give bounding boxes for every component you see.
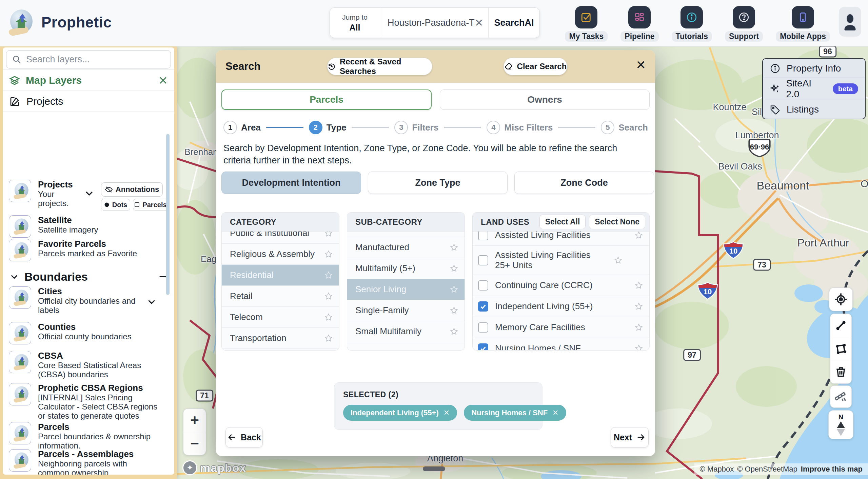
star-icon[interactable] xyxy=(324,313,333,322)
polygon-tool-button[interactable] xyxy=(830,337,851,361)
category-row[interactable]: Transportation xyxy=(222,328,339,349)
checkbox-unchecked[interactable] xyxy=(478,280,488,291)
zoom-out-button[interactable]: − xyxy=(183,432,206,455)
attribution-mapbox-link[interactable]: © Mapbox xyxy=(700,465,734,474)
land-use-row[interactable]: Assisted Living Facilities xyxy=(473,232,649,246)
dots-toggle-button[interactable]: Dots xyxy=(101,199,130,211)
remove-chip-icon[interactable]: ✕ xyxy=(443,408,450,417)
star-icon[interactable] xyxy=(634,281,643,290)
land-use-row[interactable]: Assisted Living Facilities 25+ Units xyxy=(473,246,649,275)
step-filters[interactable]: 3 Filters xyxy=(394,121,438,134)
mode-zone-type[interactable]: Zone Type xyxy=(368,172,508,194)
step-search[interactable]: 5 Search xyxy=(601,121,648,134)
clear-search-icon[interactable]: ✕ xyxy=(475,17,483,29)
star-icon[interactable] xyxy=(324,292,333,301)
tab-parcels[interactable]: Parcels xyxy=(221,89,432,110)
layer-row-counties[interactable]: Counties Official county boundaries xyxy=(3,322,174,351)
category-row[interactable]: Telecom xyxy=(222,307,339,328)
star-icon[interactable] xyxy=(450,264,458,273)
compass-control[interactable]: N xyxy=(828,410,853,439)
subcategory-row[interactable]: Multifamily (5+) xyxy=(347,258,465,279)
back-button[interactable]: Back xyxy=(225,427,263,447)
star-icon[interactable] xyxy=(450,306,458,315)
mode-zone-code[interactable]: Zone Code xyxy=(514,172,654,194)
star-icon[interactable] xyxy=(324,334,333,343)
star-icon[interactable] xyxy=(634,232,643,240)
improve-map-link[interactable]: Improve this map xyxy=(801,465,863,474)
clear-search-button[interactable]: Clear Search xyxy=(504,58,567,75)
nav-pipeline[interactable]: Pipeline xyxy=(620,6,658,42)
star-icon[interactable] xyxy=(614,256,623,265)
layer-row-parcels-assemblages[interactable]: Parcels - Assemblages Neighboring parcel… xyxy=(3,449,174,475)
next-button[interactable]: Next xyxy=(611,427,649,447)
attribution-osm-link[interactable]: © OpenStreetMap xyxy=(737,465,797,474)
zoom-in-button[interactable]: + xyxy=(183,409,206,432)
step-area[interactable]: 1 Area xyxy=(223,121,261,134)
checkbox-unchecked[interactable] xyxy=(478,322,488,333)
star-icon[interactable] xyxy=(634,302,643,311)
remove-chip-icon[interactable]: ✕ xyxy=(552,408,558,417)
star-icon[interactable] xyxy=(450,243,458,252)
jump-to-selector[interactable]: Jump to All xyxy=(330,8,380,38)
step-misc-filters[interactable]: 4 Misc Filters xyxy=(487,121,553,134)
checkbox-unchecked[interactable] xyxy=(478,255,488,265)
select-none-button[interactable]: Select None xyxy=(589,215,645,229)
category-row[interactable]: Retail xyxy=(222,286,339,307)
star-icon[interactable] xyxy=(324,232,333,238)
property-info-button[interactable]: Property Info xyxy=(763,59,865,78)
checkbox-checked[interactable] xyxy=(478,343,488,351)
subcategory-row[interactable]: Manufactured xyxy=(347,237,465,258)
recent-saved-searches-button[interactable]: Recent & Saved Searches xyxy=(327,58,432,75)
category-row-selected[interactable]: Residential xyxy=(222,265,339,286)
layer-row-parcels[interactable]: Parcels Parcel boundaries & ownership in… xyxy=(3,422,174,449)
tab-owners[interactable]: Owners xyxy=(440,89,650,110)
category-row[interactable]: Public & Institutional xyxy=(222,232,339,244)
star-icon[interactable] xyxy=(634,323,643,332)
boundaries-section-header[interactable]: Boundaries xyxy=(3,268,174,285)
star-icon[interactable] xyxy=(324,250,333,259)
subcategory-row-selected[interactable]: Senior Living xyxy=(347,279,465,300)
layer-row-projects[interactable]: Projects Your projects. Annotations Dots xyxy=(3,180,174,217)
sidebar-scrollbar[interactable] xyxy=(166,134,170,295)
nav-support[interactable]: Support xyxy=(725,6,763,42)
search-ai-button[interactable]: SearchAI xyxy=(489,8,539,38)
star-icon[interactable] xyxy=(450,327,458,336)
layer-row-prophetic-cbsa[interactable]: Prophetic CBSA Regions [INTERNAL] Sales … xyxy=(3,383,174,422)
land-use-row[interactable]: Continuing Care (CCRC) xyxy=(473,275,649,296)
land-use-row[interactable]: Nursing Homes / SNF xyxy=(473,338,649,351)
geolocate-button[interactable] xyxy=(829,287,853,311)
subcategory-row[interactable]: Small Multifamily xyxy=(347,321,465,342)
nav-mobile-apps[interactable]: Mobile Apps xyxy=(776,6,830,42)
chevron-down-icon[interactable] xyxy=(146,297,157,307)
horizontal-scrollbar[interactable] xyxy=(423,466,445,471)
satellite-toggle-button[interactable] xyxy=(830,385,852,408)
brand[interactable]: Prophetic xyxy=(8,9,112,36)
select-all-button[interactable]: Select All xyxy=(539,215,586,229)
close-sidebar-icon[interactable] xyxy=(158,75,168,85)
measure-tool-button[interactable] xyxy=(830,314,851,337)
listings-button[interactable]: Listings xyxy=(763,100,865,119)
parcels-toggle-button[interactable]: Parcels xyxy=(133,199,168,211)
annotations-toggle-button[interactable]: Annotations xyxy=(101,182,163,197)
mapbox-logo[interactable]: ✦ mapbox xyxy=(182,460,246,475)
star-icon[interactable] xyxy=(324,271,333,280)
layer-search-input[interactable] xyxy=(26,54,165,65)
nav-tutorials[interactable]: Tutorials xyxy=(672,6,712,42)
category-row[interactable]: Religious & Assembly xyxy=(222,244,339,265)
header-search-input[interactable] xyxy=(388,18,484,28)
delete-tool-button[interactable] xyxy=(830,360,851,383)
mode-development-intention[interactable]: Development Intention xyxy=(221,172,361,194)
nav-my-tasks[interactable]: My Tasks xyxy=(565,6,608,42)
step-type[interactable]: 2 Type xyxy=(309,121,347,134)
checkbox-unchecked[interactable] xyxy=(478,232,488,240)
layer-row-cbsa[interactable]: CBSA Core Based Statistical Areas (CBSA)… xyxy=(3,351,174,383)
siteai-button[interactable]: SiteAI 2.0 beta xyxy=(763,78,865,100)
land-use-row[interactable]: Independent Living (55+) xyxy=(473,296,649,317)
subcategory-row[interactable]: Single-Family xyxy=(347,300,465,321)
checkbox-checked[interactable] xyxy=(478,301,488,312)
user-avatar[interactable] xyxy=(839,7,861,37)
layer-row-favorite-parcels[interactable]: Favorite Parcels Parcels marked as Favor… xyxy=(3,239,174,268)
layer-row-cities[interactable]: Cities Official city boundaries and labe… xyxy=(3,286,174,322)
sidebar-item-projects-link[interactable]: Projects xyxy=(3,91,174,112)
layer-row-satellite[interactable]: Satellite Satellite imagery xyxy=(3,215,174,239)
